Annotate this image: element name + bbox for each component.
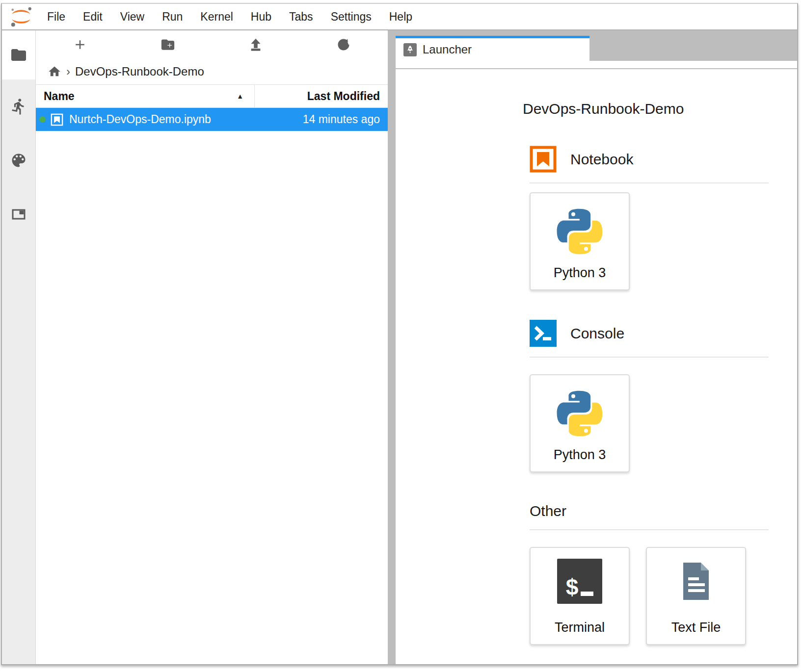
- running-man-icon: [10, 98, 27, 115]
- file-last-modified: 14 minutes ago: [303, 113, 388, 126]
- menu-file[interactable]: File: [38, 4, 74, 29]
- file-row-selected[interactable]: Nurtch-DevOps-Demo.ipynb 14 minutes ago: [36, 108, 388, 131]
- launcher-card-console-python3[interactable]: Python 3: [530, 374, 630, 472]
- notebook-file-icon: [51, 113, 63, 126]
- jupyter-logo-icon: [10, 6, 32, 27]
- name-column-label: Name: [44, 90, 75, 103]
- file-list-empty-area: [36, 131, 388, 664]
- card-label: Python 3: [554, 447, 606, 463]
- terminal-icon: $: [557, 559, 602, 604]
- section-divider: [530, 529, 769, 530]
- launcher-card-notebook-python3[interactable]: Python 3: [530, 192, 630, 290]
- launcher-section-notebook: Notebook: [530, 146, 769, 173]
- refresh-button[interactable]: [300, 30, 388, 59]
- launcher-cwd-title: DevOps-Runbook-Demo: [523, 101, 769, 117]
- file-browser-panel: › DevOps-Runbook-Demo Name ▲ Last Modifi…: [36, 30, 388, 664]
- launcher-icon: [403, 43, 417, 56]
- plus-icon: [73, 37, 87, 52]
- home-icon: [48, 65, 61, 78]
- column-header-last-modified[interactable]: Last Modified: [254, 85, 388, 107]
- jupyterlab-window: File Edit View Run Kernel Hub Tabs Setti…: [1, 3, 798, 665]
- main-dock-area: Launcher DevOps-Runbook-Demo Notebook: [396, 30, 797, 664]
- file-name: Nurtch-DevOps-Demo.ipynb: [69, 113, 211, 126]
- sort-ascending-icon: ▲: [237, 92, 243, 100]
- breadcrumb: › DevOps-Runbook-Demo: [36, 59, 388, 84]
- dock-toolbar-strip: [396, 61, 797, 68]
- column-header-name[interactable]: Name ▲: [36, 90, 254, 103]
- python-icon: [552, 386, 607, 441]
- launcher-card-text-file[interactable]: Text File: [646, 547, 746, 645]
- upload-icon: [248, 37, 263, 52]
- section-divider: [530, 182, 769, 183]
- file-browser-toolbar: [36, 30, 388, 59]
- section-label-console: Console: [570, 325, 624, 342]
- menu-run[interactable]: Run: [153, 4, 191, 29]
- launcher-card-terminal[interactable]: $ Terminal: [530, 547, 630, 645]
- tabs-icon: [10, 206, 27, 223]
- text-file-icon: [673, 559, 719, 604]
- launcher-section-other: Other: [530, 503, 769, 519]
- breadcrumb-separator: ›: [66, 65, 70, 78]
- notebook-icon: [530, 146, 557, 173]
- card-label: Terminal: [555, 620, 605, 635]
- menu-view[interactable]: View: [111, 4, 153, 29]
- console-icon: [530, 320, 557, 347]
- new-folder-button[interactable]: [124, 30, 212, 59]
- panel-splitter-handle[interactable]: [388, 30, 396, 664]
- palette-icon: [10, 152, 27, 169]
- card-label: Python 3: [554, 265, 606, 281]
- launcher-section-console: Console: [530, 320, 769, 347]
- launcher-panel: DevOps-Runbook-Demo Notebook Pyt: [396, 69, 797, 664]
- dock-tab-bar: Launcher: [396, 30, 797, 61]
- menu-tabs[interactable]: Tabs: [280, 4, 322, 29]
- menu-kernel[interactable]: Kernel: [191, 4, 241, 29]
- file-list-header: Name ▲ Last Modified: [36, 84, 388, 108]
- sidebar-tab-command-palette[interactable]: [2, 133, 35, 187]
- menu-edit[interactable]: Edit: [74, 4, 111, 29]
- python-icon: [552, 204, 607, 259]
- refresh-icon: [336, 37, 351, 52]
- last-modified-column-label: Last Modified: [307, 90, 380, 103]
- kernel-running-dot: [39, 116, 46, 123]
- menu-bar: File Edit View Run Kernel Hub Tabs Setti…: [2, 4, 797, 30]
- activity-sidebar: [2, 30, 36, 664]
- section-label-notebook: Notebook: [570, 151, 633, 168]
- section-divider: [530, 357, 769, 358]
- sidebar-tab-file-browser[interactable]: [2, 30, 35, 79]
- folder-icon: [10, 46, 27, 64]
- menu-settings[interactable]: Settings: [322, 4, 380, 29]
- new-launcher-button[interactable]: [36, 30, 124, 59]
- tab-launcher-label: Launcher: [423, 43, 472, 56]
- menu-help[interactable]: Help: [380, 4, 421, 29]
- new-folder-icon: [161, 37, 175, 52]
- card-label: Text File: [671, 620, 721, 635]
- section-label-other: Other: [530, 503, 566, 519]
- home-breadcrumb-link[interactable]: [48, 65, 61, 78]
- upload-button[interactable]: [212, 30, 300, 59]
- menu-hub[interactable]: Hub: [242, 4, 280, 29]
- sidebar-tab-running-sessions[interactable]: [2, 79, 35, 133]
- breadcrumb-current-folder[interactable]: DevOps-Runbook-Demo: [75, 65, 204, 78]
- tab-launcher[interactable]: Launcher: [396, 36, 589, 61]
- sidebar-tab-open-tabs[interactable]: [2, 187, 35, 241]
